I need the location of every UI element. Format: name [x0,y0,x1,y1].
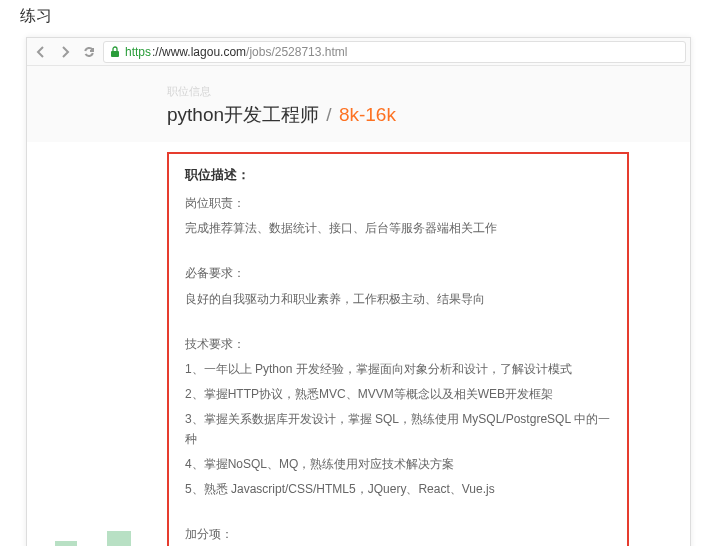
address-bar: https ://www.lagou.com/jobs/2528713.html [27,38,690,66]
tech-item: 2、掌握HTTP协议，熟悉MVC、MVVM等概念以及相关WEB开发框架 [185,385,611,404]
tech-item: 5、熟悉 Javascript/CSS/HTML5，JQuery、React、V… [185,480,611,499]
url-path: /jobs/2528713.html [246,45,347,59]
reload-button[interactable] [79,42,99,62]
job-salary: 8k-16k [339,104,396,125]
tech-item: 1、一年以上 Python 开发经验，掌握面向对象分析和设计，了解设计模式 [185,360,611,379]
lock-icon [110,46,120,58]
svg-rect-10 [111,537,115,541]
description-heading: 职位描述： [185,166,611,184]
breadcrumb: 职位信息 [167,84,690,99]
must-text: 良好的自我驱动力和职业素养，工作积极主动、结果导向 [185,290,611,309]
bonus-label: 加分项： [185,525,611,544]
back-button[interactable] [31,42,51,62]
svg-rect-0 [111,51,119,57]
job-description-box: 职位描述： 岗位职责： 完成推荐算法、数据统计、接口、后台等服务器端相关工作 必… [167,152,629,546]
job-header-band: 职位信息 python开发工程师 / 8k-16k [27,66,690,142]
separator: / [326,104,331,125]
browser-window: https ://www.lagou.com/jobs/2528713.html… [26,37,691,546]
duty-label: 岗位职责： [185,194,611,213]
forward-button[interactable] [55,42,75,62]
job-title-line: python开发工程师 / 8k-16k [167,102,690,128]
url-host: ://www.lagou.com [152,45,246,59]
job-title: python开发工程师 [167,104,319,125]
url-field[interactable]: https ://www.lagou.com/jobs/2528713.html [103,41,686,63]
tech-item: 4、掌握NoSQL、MQ，熟练使用对应技术解决方案 [185,455,611,474]
must-label: 必备要求： [185,264,611,283]
svg-rect-11 [119,537,123,541]
url-scheme: https [125,45,151,59]
skyline-illustration [27,511,167,546]
page-heading: 练习 [0,0,713,37]
tech-item: 3、掌握关系数据库开发设计，掌握 SQL，熟练使用 MySQL/PostgreS… [185,410,611,448]
content-area: 职位描述： 岗位职责： 完成推荐算法、数据统计、接口、后台等服务器端相关工作 必… [27,142,690,546]
duty-text: 完成推荐算法、数据统计、接口、后台等服务器端相关工作 [185,219,611,238]
tech-label: 技术要求： [185,335,611,354]
svg-rect-2 [55,541,77,546]
